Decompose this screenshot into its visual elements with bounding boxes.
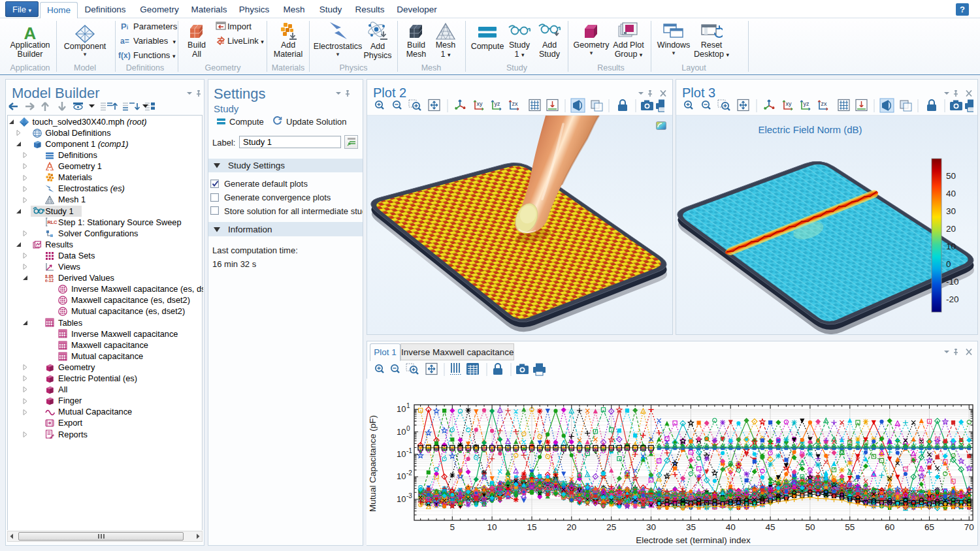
svg-text:0: 0: [406, 425, 410, 432]
svg-text:yz: yz: [804, 101, 810, 107]
svg-text:-10: -10: [946, 277, 959, 287]
svg-text:0: 0: [946, 259, 951, 269]
svg-text:xy: xy: [786, 101, 792, 107]
svg-text:-3: -3: [406, 492, 412, 499]
svg-text:xy: xy: [477, 101, 483, 107]
svg-text:25: 25: [606, 522, 616, 532]
svg-text:1: 1: [406, 402, 410, 409]
svg-text:50: 50: [946, 171, 956, 181]
svg-text:5: 5: [450, 522, 455, 532]
svg-text:-1: -1: [406, 447, 412, 454]
svg-text:60: 60: [885, 522, 894, 532]
svg-text:yz: yz: [495, 101, 501, 107]
svg-text:10: 10: [397, 494, 406, 504]
svg-text:10: 10: [397, 471, 406, 481]
svg-text:zx: zx: [821, 101, 828, 107]
svg-text:30: 30: [646, 522, 656, 532]
svg-text:Electrode set (terminal) index: Electrode set (terminal) index: [636, 535, 751, 545]
svg-text:Mutual Capacitance (pF): Mutual Capacitance (pF): [368, 415, 378, 512]
svg-text:70: 70: [964, 522, 974, 532]
svg-text:20: 20: [946, 224, 956, 234]
svg-text:10: 10: [946, 242, 956, 251]
svg-text:20: 20: [566, 522, 576, 532]
svg-text:10: 10: [487, 522, 497, 532]
svg-text:-2: -2: [406, 469, 412, 477]
svg-text:-20: -20: [946, 294, 959, 304]
svg-text:zx: zx: [512, 101, 519, 107]
svg-text:45: 45: [766, 522, 776, 532]
svg-text:50: 50: [805, 522, 815, 532]
svg-text:30: 30: [946, 206, 956, 216]
svg-text:10: 10: [397, 449, 406, 459]
svg-text:35: 35: [686, 522, 696, 532]
svg-text:10: 10: [397, 427, 406, 437]
svg-text:10: 10: [397, 404, 406, 414]
svg-text:40: 40: [946, 189, 956, 198]
svg-text:15: 15: [527, 522, 536, 532]
svg-text:55: 55: [845, 522, 855, 532]
svg-text:65: 65: [924, 522, 934, 532]
svg-text:40: 40: [726, 522, 736, 532]
